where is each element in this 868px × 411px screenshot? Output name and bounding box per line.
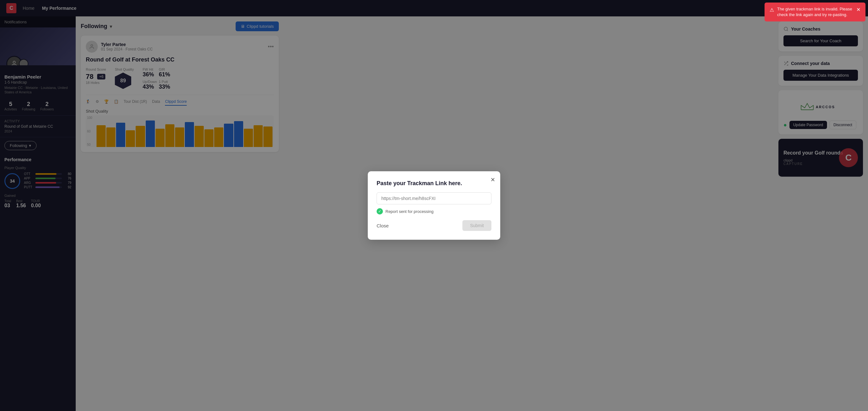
trackman-modal: Paste your Trackman Link here. ✕ ✓ Repor… xyxy=(368,171,500,240)
warning-icon: ⚠ xyxy=(770,7,774,13)
modal-close-x-button[interactable]: ✕ xyxy=(491,176,495,183)
modal-title: Paste your Trackman Link here. xyxy=(377,180,491,187)
modal-overlay[interactable]: Paste your Trackman Link here. ✕ ✓ Repor… xyxy=(0,0,868,411)
modal-actions: Close Submit xyxy=(377,220,491,231)
toast-message: The given trackman link is invalid. Plea… xyxy=(777,6,853,18)
modal-success-message: Report sent for processing xyxy=(385,209,433,214)
trackman-link-input[interactable] xyxy=(377,192,491,204)
toast-close-button[interactable]: ✕ xyxy=(856,6,861,13)
error-toast: ⚠ The given trackman link is invalid. Pl… xyxy=(765,2,866,22)
modal-success-row: ✓ Report sent for processing xyxy=(377,208,491,215)
modal-submit-button[interactable]: Submit xyxy=(462,220,491,231)
success-check-icon: ✓ xyxy=(377,208,383,215)
modal-close-button[interactable]: Close xyxy=(377,223,389,228)
